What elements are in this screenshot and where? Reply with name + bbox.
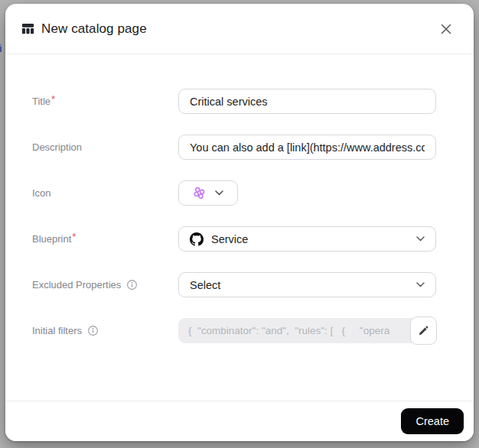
icon-picker-dropdown[interactable] (178, 180, 238, 206)
blueprint-row: Blueprint * Service (32, 226, 474, 252)
title-input[interactable] (178, 89, 436, 114)
modal-footer: Create (5, 401, 474, 441)
info-icon[interactable] (87, 325, 99, 336)
initial-filters-input (178, 318, 436, 343)
title-required-asterisk: * (51, 93, 55, 105)
blueprint-select[interactable]: Service (178, 226, 436, 252)
create-button[interactable]: Create (401, 408, 464, 434)
title-label: Title (32, 96, 51, 107)
edit-filters-button[interactable] (410, 317, 437, 345)
icon-label: Icon (32, 187, 51, 199)
chevron-down-icon (416, 236, 425, 242)
modal-title: New catalog page (41, 21, 147, 37)
catalog-table-icon (21, 22, 34, 35)
modal-header: New catalog page (5, 4, 474, 54)
description-input[interactable] (178, 135, 436, 160)
blueprint-selected-value: Service (211, 233, 248, 245)
excluded-properties-row: Excluded Properties Select (32, 272, 474, 297)
excluded-properties-select[interactable]: Select (178, 272, 436, 297)
title-row: Title * (32, 89, 474, 114)
blueprint-label: Blueprint (32, 233, 71, 245)
close-icon (441, 24, 451, 34)
icon-row: Icon (32, 180, 474, 206)
pencil-icon (418, 325, 429, 336)
initial-filters-label: Initial filters (32, 325, 82, 336)
initial-filters-row: Initial filters (32, 318, 474, 343)
new-catalog-page-modal: New catalog page Title * Description (5, 4, 474, 441)
close-button[interactable] (438, 21, 454, 37)
description-row: Description (32, 135, 474, 160)
description-label: Description (32, 141, 82, 153)
blueprint-required-asterisk: * (72, 231, 76, 242)
background-artifact (0, 44, 2, 52)
catalog-page-form: Title * Description Icon (5, 54, 474, 343)
chevron-down-icon (416, 282, 425, 287)
chevron-down-icon (215, 190, 223, 196)
excluded-properties-placeholder: Select (190, 279, 220, 291)
excluded-properties-label: Excluded Properties (32, 279, 121, 291)
info-icon[interactable] (126, 279, 138, 291)
github-icon (190, 232, 204, 246)
selected-cluster-icon (193, 187, 206, 200)
